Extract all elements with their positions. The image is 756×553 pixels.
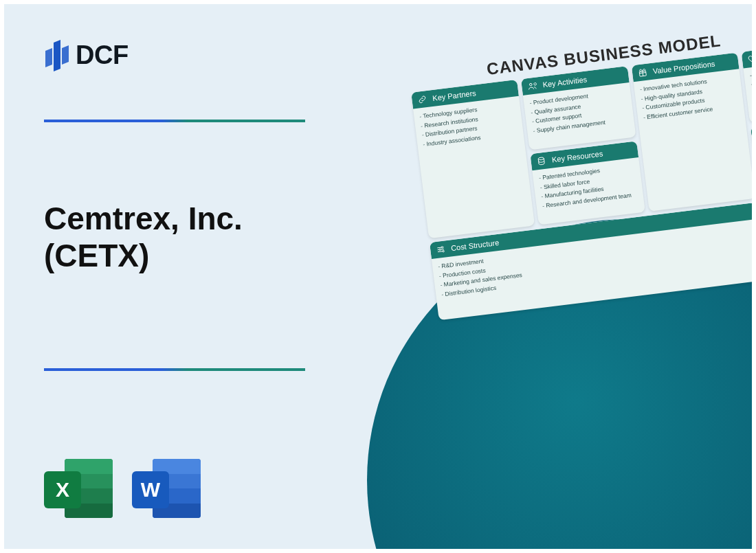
svg-point-8 xyxy=(439,249,441,251)
card-key-resources: Key Resources Patented technologiesSkill… xyxy=(531,141,645,225)
word-icon: W xyxy=(132,456,201,521)
canvas-document: CANVAS BUSINESS MODEL Key Partners Techn… xyxy=(408,22,752,321)
excel-icon: X xyxy=(44,456,113,521)
svg-point-7 xyxy=(441,247,443,249)
people-icon xyxy=(527,80,538,91)
sliders-icon xyxy=(436,244,447,255)
card-label: Cost Structure xyxy=(450,238,499,252)
card-body: Innovative tech solutionsHigh-quality st… xyxy=(634,69,752,212)
document-frame: DCF Cemtrex, Inc. (CETX) X W CANVAS BUSI… xyxy=(4,4,752,549)
heart-icon xyxy=(748,54,752,65)
svg-point-1 xyxy=(538,157,544,160)
svg-point-9 xyxy=(443,250,445,252)
excel-badge: X xyxy=(44,471,81,508)
logo-bars-icon xyxy=(45,37,69,73)
card-value-propositions: Value Propositions Innovative tech solut… xyxy=(632,52,752,211)
card-body: PersonalizCustomerLoyalty pDedica xyxy=(744,61,752,114)
card-label: Value Propositions xyxy=(652,60,715,76)
page-title-text: Cemtrex, Inc. (CETX) xyxy=(44,201,243,273)
card-key-activities: Key Activities Product developmentQualit… xyxy=(521,66,636,150)
database-icon xyxy=(536,156,547,167)
app-icons-row: X W xyxy=(44,456,201,521)
card-label: Key Partners xyxy=(432,89,477,102)
divider-bottom xyxy=(44,368,305,371)
card-body: Technology suppliersResearch institution… xyxy=(413,96,535,239)
gift-icon xyxy=(637,67,648,78)
svg-point-0 xyxy=(530,83,533,86)
dcf-logo: DCF xyxy=(45,37,129,73)
page-title: Cemtrex, Inc. (CETX) xyxy=(44,200,243,275)
canvas-grid: Key Partners Technology suppliersResearc… xyxy=(411,45,752,320)
divider-top xyxy=(44,120,305,122)
word-badge: W xyxy=(132,471,169,508)
card-key-partners: Key Partners Technology suppliersResearc… xyxy=(411,80,535,238)
link-icon xyxy=(417,94,428,105)
list-item: Personaliz xyxy=(750,66,752,80)
card-label: Key Resources xyxy=(551,149,603,163)
card-label: Key Activities xyxy=(542,75,588,89)
logo-text: DCF xyxy=(76,41,129,70)
